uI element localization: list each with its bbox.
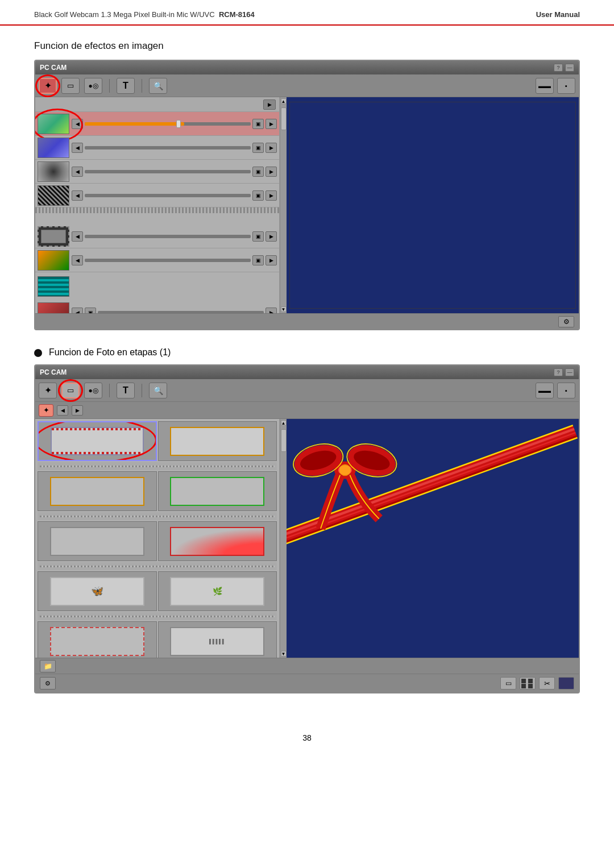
snapshot-icon-2[interactable]: ▪	[557, 383, 575, 398]
settings-icon-1[interactable]: ⚙	[558, 316, 574, 327]
pccam-body-1: ▶ ◀ ▣ ▶	[35, 97, 579, 313]
effects-scrollbar[interactable]: ▲ ▼	[280, 97, 287, 313]
effect-row-2[interactable]: ◀ ▣ ▶	[35, 136, 279, 160]
effect-mid-3[interactable]: ▣	[252, 167, 264, 177]
pccam-bottom-1: ⚙	[35, 313, 579, 329]
effect-thumb-1	[38, 114, 69, 134]
effect-next-7[interactable]: ▶	[265, 308, 277, 314]
effect-next-6[interactable]: ▶	[265, 255, 277, 265]
audio-icon[interactable]: ●◎	[84, 78, 102, 94]
frame-cell-1[interactable]	[38, 421, 157, 461]
effect-slider-7[interactable]	[98, 311, 264, 314]
pccam-window-controls-2[interactable]: ? —	[554, 368, 574, 376]
effects-panel: ▶ ◀ ▣ ▶	[35, 97, 287, 313]
header-left: Black Golf Webcam 1.3 Mega Pixel Built-i…	[34, 10, 255, 19]
color-icon[interactable]	[558, 677, 574, 690]
text-icon[interactable]: T	[117, 78, 135, 94]
effect-mid-5[interactable]: ▣	[252, 231, 264, 242]
sub-prev-btn[interactable]: ◀	[57, 405, 68, 416]
effect-row-5[interactable]: ◀ ▣ ▶	[35, 225, 279, 248]
frame-cell-2[interactable]	[158, 421, 277, 461]
play-btn[interactable]: ▶	[263, 99, 276, 110]
crop-icon[interactable]: ✂	[539, 677, 555, 690]
frame-cell-9[interactable]	[38, 621, 157, 658]
page-number: 38	[0, 722, 614, 754]
pccam-window-controls-1[interactable]: ? —	[554, 64, 574, 72]
effect-thumb-7	[38, 302, 69, 314]
pccam-min-btn-2[interactable]: —	[565, 368, 574, 376]
effect-row-7[interactable]: ◀ ▣ ▶	[35, 301, 279, 313]
effect-next-1[interactable]: ▶	[265, 119, 277, 129]
scrollbar-thumb-2[interactable]	[281, 429, 287, 452]
effect-prev-7[interactable]: ◀	[72, 308, 83, 314]
pccam-min-btn-1[interactable]: —	[565, 64, 574, 72]
effects-icon[interactable]: ✦	[39, 78, 57, 94]
grid-icon[interactable]	[520, 677, 536, 690]
effect-mid-7[interactable]: ▣	[85, 308, 96, 314]
effect-row-4[interactable]: ◀ ▣ ▶	[35, 184, 279, 207]
text-icon-2[interactable]: T	[117, 383, 135, 398]
bullet-dot-2	[34, 349, 42, 357]
effect-prev-6[interactable]: ◀	[72, 255, 83, 265]
effect-prev-4[interactable]: ◀	[72, 190, 83, 201]
record-icon[interactable]: ▬▬	[536, 78, 554, 94]
effect-prev-1[interactable]: ◀	[72, 119, 83, 129]
header-right: User Manual	[536, 10, 580, 19]
effect-mid-1[interactable]: ▣	[252, 119, 264, 129]
pccam-toolbar-1: ✦ ▭ ●◎ T 🔍 ▬▬ ▪	[35, 74, 579, 97]
effect-separator	[35, 207, 279, 213]
frame-cell-7[interactable]: 🦋	[38, 571, 157, 611]
pccam-help-btn-1[interactable]: ?	[554, 64, 563, 72]
effect-row-teal[interactable]	[35, 272, 279, 301]
effects-list[interactable]: ▶ ◀ ▣ ▶	[35, 97, 280, 313]
effect-next-2[interactable]: ▶	[265, 143, 277, 153]
effect-row-6[interactable]: ◀ ▣ ▶	[35, 248, 279, 272]
effect-slider-5[interactable]	[85, 235, 251, 238]
folder-icon[interactable]: 📁	[40, 660, 56, 672]
effect-next-3[interactable]: ▶	[265, 167, 277, 177]
frame-cell-10[interactable]: ▌▌▌▌▌	[158, 621, 277, 658]
effect-slider-3[interactable]	[85, 170, 251, 173]
effect-prev-5[interactable]: ◀	[72, 231, 83, 242]
effect-mid-2[interactable]: ▣	[252, 143, 264, 153]
pccam-help-btn-2[interactable]: ?	[554, 368, 563, 376]
effect-thumb-2	[38, 138, 69, 158]
zoom-icon-2[interactable]: 🔍	[149, 383, 167, 398]
frame-cell-8[interactable]: 🌿	[158, 571, 277, 611]
frames-scrollbar[interactable]: ▲ ▼	[280, 419, 287, 658]
settings-icon-2[interactable]: ⚙	[40, 677, 56, 690]
frames-icon-2[interactable]: ▭	[61, 383, 80, 398]
effect-row-3[interactable]: ◀ ▣ ▶	[35, 160, 279, 184]
effect-controls-4: ◀ ▣ ▶	[72, 190, 277, 201]
audio-icon-2[interactable]: ●◎	[84, 383, 102, 398]
sub-play-btn[interactable]: ▶	[72, 405, 83, 416]
pccam-window-2: PC CAM ? — ✦ ▭ ●◎ T 🔍 ▬▬ ▪	[34, 364, 580, 693]
sub-effects-icon[interactable]: ✦	[39, 404, 53, 417]
effect-slider-1[interactable]	[85, 122, 251, 126]
frame-cell-6[interactable]	[158, 521, 277, 561]
effect-mid-4[interactable]: ▣	[252, 190, 264, 201]
scrollbar-thumb-1[interactable]	[281, 107, 287, 130]
snapshot-icon[interactable]: ▪	[557, 78, 575, 94]
zoom-icon[interactable]: 🔍	[149, 78, 167, 94]
effect-prev-3[interactable]: ◀	[72, 167, 83, 177]
frames-icon[interactable]: ▭	[61, 78, 80, 94]
frame-cell-4[interactable]	[158, 471, 277, 511]
effect-slider-4[interactable]	[85, 194, 251, 197]
effect-slider-2[interactable]	[85, 146, 251, 149]
effect-row-1[interactable]: ◀ ▣ ▶	[35, 112, 279, 136]
frames-list[interactable]: 🦋 🌿	[35, 419, 280, 658]
record-icon-2[interactable]: ▬▬	[536, 383, 554, 398]
photo-mode-icon[interactable]: ▭	[500, 677, 516, 690]
frame-cell-3[interactable]	[38, 471, 157, 511]
effects-icon-2[interactable]: ✦	[39, 383, 57, 398]
toolbar-right-1: ▬▬ ▪	[536, 78, 575, 94]
frame-cell-5[interactable]	[38, 521, 157, 561]
effect-prev-2[interactable]: ◀	[72, 143, 83, 153]
pccam-title-1: PC CAM	[40, 64, 67, 72]
effect-slider-6[interactable]	[85, 259, 251, 262]
effect-next-4[interactable]: ▶	[265, 190, 277, 201]
section1-title: Funcion de efectos en imagen	[34, 40, 580, 52]
effect-mid-6[interactable]: ▣	[252, 255, 264, 265]
effect-next-5[interactable]: ▶	[265, 231, 277, 242]
